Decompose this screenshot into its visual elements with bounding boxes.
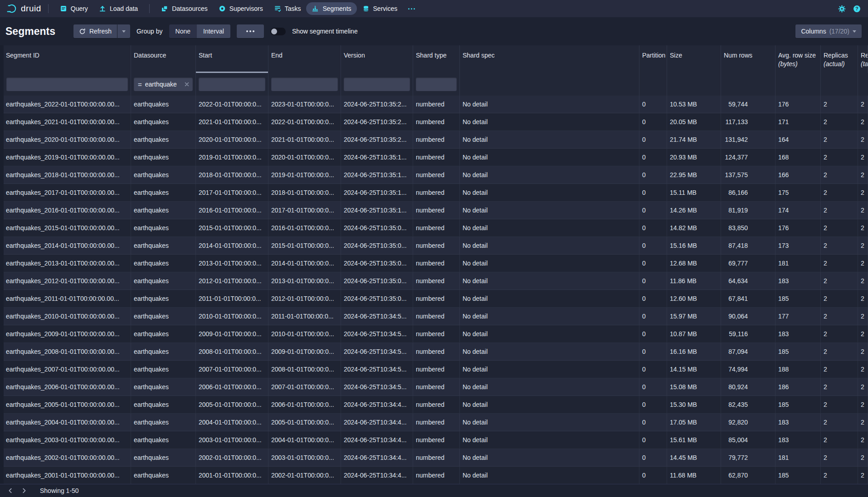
- nav-item-segments[interactable]: Segments: [306, 2, 356, 15]
- table-row[interactable]: earthquakes_2005-01-01T00:00:00.00... ea…: [4, 396, 868, 414]
- col-header-datasource[interactable]: Datasource: [131, 45, 196, 73]
- nav-more-button[interactable]: [403, 2, 420, 15]
- cell-end: 2013-01-01T00:00:0...: [268, 272, 341, 290]
- cell-replicas: 2: [821, 202, 858, 219]
- table-row[interactable]: earthquakes_2008-01-01T00:00:00.00... ea…: [4, 343, 868, 361]
- table-row[interactable]: earthquakes_2021-01-01T00:00:00.00... ea…: [4, 113, 868, 131]
- nav-item-supervisors[interactable]: Supervisors: [213, 2, 268, 15]
- table-row[interactable]: earthquakes_2018-01-01T00:00:00.00... ea…: [4, 166, 868, 184]
- nav-label: Tasks: [285, 5, 301, 12]
- help-icon[interactable]: ?: [853, 5, 861, 13]
- cell-avg-row-size: 183: [775, 325, 821, 343]
- start-filter-input[interactable]: [199, 77, 265, 91]
- cell-replication-factor: 2: [858, 149, 868, 166]
- cell-num-rows: 79,772: [721, 449, 775, 467]
- table-row[interactable]: earthquakes_2010-01-01T00:00:00.00... ea…: [4, 308, 868, 325]
- cell-end: 2014-01-01T00:00:0...: [268, 255, 341, 272]
- cell-num-rows: 124,377: [721, 149, 775, 166]
- logo-text: druid: [21, 4, 41, 14]
- col-header-start[interactable]: Start: [196, 45, 268, 73]
- cell-datasource: earthquakes: [131, 308, 196, 325]
- previous-page-button[interactable]: [5, 486, 16, 496]
- segment-timeline-toggle[interactable]: [270, 28, 286, 35]
- upload-icon: [99, 5, 106, 12]
- col-header-avg-row-size[interactable]: Avg. row size(bytes): [775, 45, 821, 73]
- col-header-replication-factor[interactable]: Replication factor(target): [858, 45, 868, 73]
- col-header-num-rows[interactable]: Num rows: [721, 45, 775, 73]
- cell-replication-factor: 2: [858, 202, 868, 219]
- segment-id-filter-input[interactable]: [6, 77, 128, 91]
- cell-size: 15.08 MB: [667, 378, 721, 396]
- cell-partition: 0: [639, 255, 667, 272]
- cell-shard-type: numbered: [413, 237, 460, 255]
- table-row[interactable]: earthquakes_2017-01-01T00:00:00.00... ea…: [4, 184, 868, 202]
- col-header-segment-id[interactable]: Segment ID: [4, 45, 131, 73]
- version-filter-input[interactable]: [344, 77, 410, 91]
- refresh-button[interactable]: Refresh: [73, 24, 117, 38]
- group-by-interval-button[interactable]: Interval: [197, 24, 230, 38]
- cell-version: 2024-06-25T10:34:4...: [341, 449, 413, 467]
- cell-avg-row-size: 185: [775, 467, 821, 484]
- table-row[interactable]: earthquakes_2013-01-01T00:00:00.00... ea…: [4, 255, 868, 272]
- refresh-interval-dropdown[interactable]: [117, 24, 130, 38]
- table-row[interactable]: earthquakes_2007-01-01T00:00:00.00... ea…: [4, 361, 868, 378]
- cell-shard-spec: No detail: [460, 414, 639, 431]
- cell-segment-id: earthquakes_2019-01-01T00:00:00.00...: [4, 149, 131, 166]
- nav-item-datasources[interactable]: Datasources: [156, 2, 213, 15]
- cell-segment-id: earthquakes_2011-01-01T00:00:00.00...: [4, 290, 131, 308]
- col-header-shard-spec[interactable]: Shard spec: [460, 45, 639, 73]
- cell-datasource: earthquakes: [131, 219, 196, 237]
- cell-end: 2012-01-01T00:00:0...: [268, 290, 341, 308]
- group-by-none-button[interactable]: None: [169, 24, 197, 38]
- cell-version: 2024-06-25T10:34:5...: [341, 325, 413, 343]
- svg-text:?: ?: [855, 6, 858, 11]
- table-row[interactable]: earthquakes_2012-01-01T00:00:00.00... ea…: [4, 272, 868, 290]
- nav-item-query[interactable]: Query: [54, 2, 93, 15]
- gear-icon[interactable]: [838, 5, 846, 13]
- table-row[interactable]: earthquakes_2004-01-01T00:00:00.00... ea…: [4, 414, 868, 431]
- cell-num-rows: 87,418: [721, 237, 775, 255]
- table-row[interactable]: earthquakes_2003-01-01T00:00:00.00... ea…: [4, 431, 868, 449]
- next-page-button[interactable]: [18, 486, 30, 496]
- columns-picker-button[interactable]: Columns (17/20): [795, 24, 862, 38]
- cell-replicas: 2: [821, 255, 858, 272]
- cell-replication-factor: 2: [858, 255, 868, 272]
- col-header-end[interactable]: End: [268, 45, 341, 73]
- cell-num-rows: 74,994: [721, 361, 775, 378]
- cell-size: 10.53 MB: [667, 96, 721, 113]
- table-row[interactable]: earthquakes_2022-01-01T00:00:00.00... ea…: [4, 96, 868, 113]
- cell-avg-row-size: 183: [775, 272, 821, 290]
- col-header-partition[interactable]: Partition: [639, 45, 667, 73]
- close-icon[interactable]: [183, 82, 191, 87]
- table-row[interactable]: earthquakes_2011-01-01T00:00:00.00... ea…: [4, 290, 868, 308]
- table-row[interactable]: earthquakes_2006-01-01T00:00:00.00... ea…: [4, 378, 868, 396]
- table-row[interactable]: earthquakes_2001-01-01T00:00:00.00... ea…: [4, 467, 868, 484]
- cell-size: 15.61 MB: [667, 431, 721, 449]
- more-options-button[interactable]: [237, 24, 264, 38]
- col-header-replicas[interactable]: Replicas(actual): [821, 45, 858, 73]
- cell-version: 2024-06-25T10:34:5...: [341, 308, 413, 325]
- nav-item-services[interactable]: Services: [357, 2, 403, 15]
- cell-replicas: 2: [821, 343, 858, 361]
- col-header-version[interactable]: Version: [341, 45, 413, 73]
- table-row[interactable]: earthquakes_2020-01-01T00:00:00.00... ea…: [4, 131, 868, 149]
- nav-item-tasks[interactable]: Tasks: [268, 2, 307, 15]
- shard-type-filter-input[interactable]: [416, 77, 457, 91]
- table-row[interactable]: earthquakes_2009-01-01T00:00:00.00... ea…: [4, 325, 868, 343]
- col-header-size[interactable]: Size: [667, 45, 721, 73]
- cell-start: 2021-01-01T00:00:0...: [196, 113, 268, 131]
- cell-segment-id: earthquakes_2017-01-01T00:00:00.00...: [4, 184, 131, 202]
- table-row[interactable]: earthquakes_2019-01-01T00:00:00.00... ea…: [4, 149, 868, 166]
- table-row[interactable]: earthquakes_2002-01-01T00:00:00.00... ea…: [4, 449, 868, 467]
- cell-replicas: 2: [821, 414, 858, 431]
- druid-logo[interactable]: druid: [0, 3, 42, 14]
- cell-end: 2006-01-01T00:00:0...: [268, 396, 341, 414]
- table-row[interactable]: earthquakes_2015-01-01T00:00:00.00... ea…: [4, 219, 868, 237]
- table-row[interactable]: earthquakes_2016-01-01T00:00:00.00... ea…: [4, 202, 868, 219]
- table-row[interactable]: earthquakes_2014-01-01T00:00:00.00... ea…: [4, 237, 868, 255]
- col-header-shard-type[interactable]: Shard type: [413, 45, 460, 73]
- datasource-filter-input[interactable]: = earthquake: [134, 77, 193, 91]
- cell-replication-factor: 2: [858, 237, 868, 255]
- nav-item-load-data[interactable]: Load data: [93, 2, 143, 15]
- end-filter-input[interactable]: [271, 77, 338, 91]
